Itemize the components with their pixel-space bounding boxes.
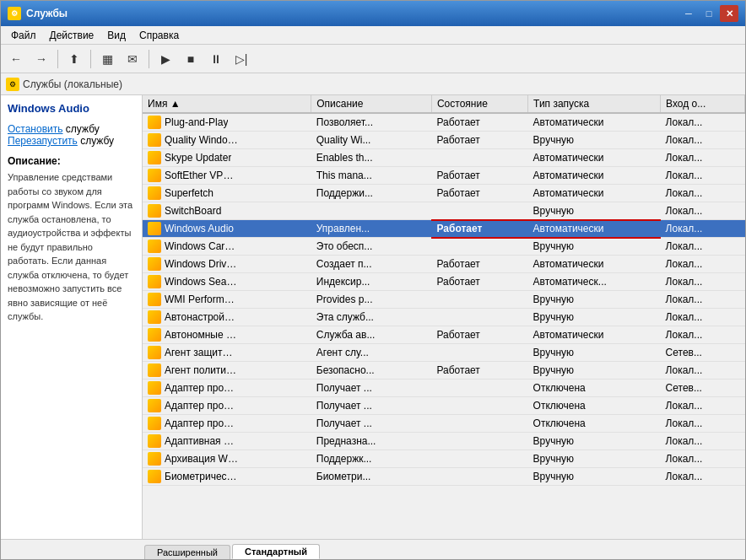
cell-desc: Позволяет... bbox=[311, 113, 432, 132]
export-button[interactable]: ✉ bbox=[121, 48, 144, 70]
cell-logon: Локал... bbox=[661, 468, 745, 486]
cell-desc: Provides p... bbox=[311, 291, 432, 309]
table-row[interactable]: SoftEther VPN Clie...This mana...Работае… bbox=[143, 167, 745, 185]
col-header-desc[interactable]: Описание bbox=[311, 95, 432, 113]
cell-startup: Вручную bbox=[528, 433, 661, 450]
cell-status bbox=[431, 415, 527, 433]
cell-logon: Сетев... bbox=[661, 380, 745, 397]
services-table: Имя ▲ Описание Состояние Тип запуска Вхо… bbox=[143, 95, 745, 486]
col-header-logon[interactable]: Вход о... bbox=[661, 95, 745, 113]
table-row[interactable]: Windows CardSpa...Это обесп...ВручнуюЛок… bbox=[143, 238, 745, 256]
cell-name: Адаптивная регу... bbox=[143, 433, 244, 450]
cell-status: Работает bbox=[431, 220, 527, 238]
table-row[interactable]: Plug-and-PlayПозволяет...РаботаетАвтомат… bbox=[143, 113, 745, 132]
table-row[interactable]: Адаптер прослу...Получает ...ОтключенаЛо… bbox=[143, 415, 745, 433]
description-label: Описание: bbox=[8, 155, 135, 167]
service-icon bbox=[148, 363, 161, 377]
menu-file[interactable]: Файл bbox=[4, 28, 43, 43]
cell-logon: Локал... bbox=[661, 450, 745, 468]
stop-service-link[interactable]: Остановить bbox=[8, 123, 63, 135]
table-row[interactable]: Windows Driver F...Создает п...РаботаетА… bbox=[143, 256, 745, 273]
cell-status bbox=[431, 309, 527, 326]
stop-button[interactable]: ■ bbox=[179, 48, 203, 70]
cell-name: Windows Driver F... bbox=[143, 256, 244, 272]
cell-startup: Вручную bbox=[528, 450, 661, 468]
table-row[interactable]: Quality Windows ...Quality Wi...Работает… bbox=[143, 132, 745, 149]
cell-status: Работает bbox=[431, 132, 527, 149]
table-row[interactable]: Биометрическая ...Биометри...ВручнуюЛока… bbox=[143, 468, 745, 486]
restart-service-link[interactable]: Перезапустить bbox=[8, 135, 78, 147]
main-window: ⚙ Службы ─ □ ✕ Файл Действие Вид Справка… bbox=[0, 0, 746, 560]
addressbar-icon: ⚙ bbox=[6, 78, 19, 91]
cell-startup: Отключена bbox=[528, 380, 661, 397]
restart-button[interactable]: ▷| bbox=[230, 48, 253, 70]
service-icon bbox=[148, 240, 161, 253]
col-header-startup[interactable]: Тип запуска bbox=[528, 95, 661, 113]
table-row[interactable]: Windows SearchИндексир...РаботаетАвтомат… bbox=[143, 273, 745, 291]
table-row[interactable]: Агент защиты сет...Агент слу...ВручнуюСе… bbox=[143, 344, 745, 362]
table-row[interactable]: Агент политики I...Безопасно...РаботаетВ… bbox=[143, 362, 745, 380]
cell-startup: Автоматически bbox=[528, 185, 661, 202]
cell-name: Агент защиты сет... bbox=[143, 344, 244, 361]
col-header-name[interactable]: Имя ▲ bbox=[143, 95, 311, 113]
tab-extended[interactable]: Расширенный bbox=[144, 545, 230, 559]
close-button[interactable]: ✕ bbox=[720, 5, 738, 22]
cell-name: WMI Performance... bbox=[143, 291, 244, 308]
main-content: Windows Audio Остановить службу Перезапу… bbox=[1, 95, 745, 539]
cell-name: Автономные фай... bbox=[143, 326, 244, 343]
table-row[interactable]: Архивация Windo...Поддержк...ВручнуюЛока… bbox=[143, 450, 745, 468]
cell-name: Windows Search bbox=[143, 273, 244, 290]
table-row[interactable]: Адаптер прослу...Получает ...ОтключенаСе… bbox=[143, 380, 745, 397]
back-button[interactable]: ← bbox=[4, 48, 28, 70]
cell-desc: Индексир... bbox=[311, 273, 432, 291]
cell-desc: Предназна... bbox=[311, 433, 432, 450]
table-row[interactable]: Skype UpdaterEnables th...АвтоматическиЛ… bbox=[143, 149, 745, 167]
up-button[interactable]: ⬆ bbox=[62, 48, 86, 70]
cell-name: Архивация Windo... bbox=[143, 450, 244, 467]
menu-view[interactable]: Вид bbox=[100, 28, 132, 43]
service-icon bbox=[148, 133, 161, 147]
menu-action[interactable]: Действие bbox=[43, 28, 101, 43]
cell-status: Работает bbox=[431, 167, 527, 185]
cell-name: Plug-and-Play bbox=[143, 114, 244, 131]
cell-status bbox=[431, 238, 527, 256]
table-row[interactable]: SuperfetchПоддержи...РаботаетАвтоматичес… bbox=[143, 185, 745, 202]
show-hide-button[interactable]: ▦ bbox=[95, 48, 119, 70]
cell-logon: Локал... bbox=[661, 149, 745, 167]
cell-startup: Автоматически bbox=[528, 167, 661, 185]
cell-startup: Вручную bbox=[528, 132, 661, 149]
maximize-button[interactable]: □ bbox=[700, 5, 718, 22]
cell-logon: Локал... bbox=[661, 326, 745, 344]
cell-name: Windows Audio bbox=[143, 220, 244, 237]
cell-logon: Локал... bbox=[661, 132, 745, 149]
service-icon bbox=[148, 328, 161, 342]
cell-logon: Сетев... bbox=[661, 344, 745, 362]
forward-button[interactable]: → bbox=[30, 48, 53, 70]
table-row[interactable]: Автономные фай...Служба ав...РаботаетАвт… bbox=[143, 326, 745, 344]
minimize-button[interactable]: ─ bbox=[679, 5, 698, 22]
services-table-container[interactable]: Имя ▲ Описание Состояние Тип запуска Вхо… bbox=[143, 95, 745, 539]
addressbar: ⚙ Службы (локальные) bbox=[1, 73, 745, 95]
table-row[interactable]: SwitchBoardВручнуюЛокал... bbox=[143, 202, 745, 220]
table-row[interactable]: Адаптивная регу...Предназна...ВручнуюЛок… bbox=[143, 433, 745, 450]
cell-status bbox=[431, 397, 527, 415]
table-row[interactable]: WMI Performance...Provides p...ВручнуюЛо… bbox=[143, 291, 745, 309]
tab-standard[interactable]: Стандартный bbox=[232, 544, 320, 559]
cell-desc: Enables th... bbox=[311, 149, 432, 167]
service-icon bbox=[148, 169, 161, 182]
table-row[interactable]: Автонастройка W...Эта служб...ВручнуюЛок… bbox=[143, 309, 745, 326]
menu-help[interactable]: Справка bbox=[132, 28, 186, 43]
table-row[interactable]: Windows AudioУправлен...РаботаетАвтомати… bbox=[143, 220, 745, 238]
description-text: Управление средствами работы со звуком д… bbox=[8, 170, 135, 324]
table-row[interactable]: Адаптер прослу...Получает ...ОтключенаЛо… bbox=[143, 397, 745, 415]
cell-desc: Создает п... bbox=[311, 256, 432, 273]
pause-button[interactable]: ⏸ bbox=[204, 48, 228, 70]
cell-desc: Получает ... bbox=[311, 397, 432, 415]
cell-logon: Локал... bbox=[661, 433, 745, 450]
cell-desc: Поддержк... bbox=[311, 450, 432, 468]
col-header-status[interactable]: Состояние bbox=[431, 95, 527, 113]
left-panel-actions: Остановить службу Перезапустить службу bbox=[8, 123, 135, 147]
play-button[interactable]: ▶ bbox=[154, 48, 177, 70]
right-panel: Имя ▲ Описание Состояние Тип запуска Вхо… bbox=[143, 95, 745, 539]
cell-name: Quality Windows ... bbox=[143, 132, 244, 148]
